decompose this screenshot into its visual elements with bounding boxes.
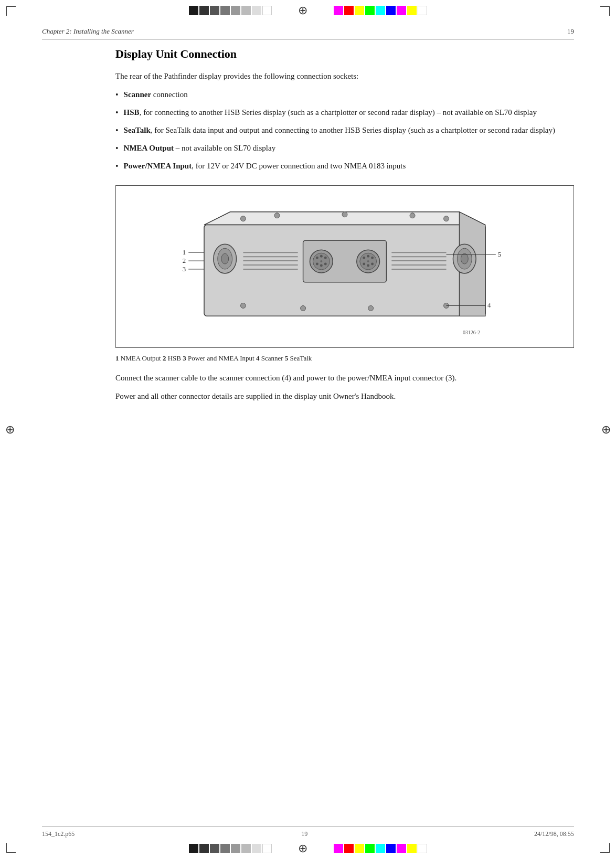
svg-text:5: 5: [498, 251, 501, 258]
page-header: Chapter 2: Installing the Scanner 19: [42, 27, 574, 39]
svg-point-5: [342, 211, 347, 217]
svg-point-4: [274, 213, 280, 218]
diagram-svg: 03126-2 1 2 3 5 4: [126, 196, 563, 337]
top-bar: ⊕: [0, 3, 616, 18]
svg-point-7: [444, 216, 449, 221]
bottom-right-strip: [334, 844, 427, 853]
svg-point-21: [320, 264, 323, 267]
footer-page: 19: [301, 830, 307, 838]
svg-point-28: [371, 256, 374, 259]
svg-text:2: 2: [183, 257, 186, 264]
term-nmea-output: NMEA Output: [124, 144, 174, 152]
page-number-header: 19: [567, 27, 574, 36]
svg-point-23: [320, 260, 322, 262]
footer-date: 24/12/98, 08:55: [534, 830, 574, 838]
svg-point-26: [363, 256, 365, 259]
svg-point-44: [301, 305, 306, 311]
right-color-strip: [334, 6, 427, 15]
svg-text:4: 4: [487, 302, 491, 309]
svg-point-6: [410, 213, 415, 218]
svg-point-3: [240, 216, 246, 221]
list-item-seatalk: SeaTalk, for SeaTalk data input and outp…: [115, 124, 574, 137]
caption-label4: Scanner: [261, 354, 285, 362]
feature-list: Scanner connection HSB, for connecting t…: [115, 89, 574, 173]
crosshair-bottom: ⊕: [298, 842, 307, 855]
svg-point-45: [368, 305, 374, 311]
svg-text:1: 1: [183, 249, 186, 256]
desc-nmea-output: – not available on SL70 display: [174, 144, 275, 152]
caption-label2: HSB: [168, 354, 183, 362]
caption-num3: 3: [183, 354, 186, 362]
list-item-scanner: Scanner connection: [115, 89, 574, 101]
caption-num2: 2: [163, 354, 166, 362]
crosshair-left: ⊕: [5, 423, 15, 437]
crosshair-right: ⊕: [601, 423, 611, 437]
bottom-left-strip: [189, 844, 272, 853]
desc-hsb: , for connecting to another HSB Series d…: [140, 108, 537, 116]
svg-point-30: [367, 264, 369, 267]
svg-point-18: [320, 254, 323, 257]
svg-point-13: [461, 253, 468, 264]
svg-point-31: [371, 262, 374, 265]
svg-point-17: [316, 256, 318, 259]
caption-label5: SeaTalk: [290, 354, 312, 362]
list-item-nmea-output: NMEA Output – not available on SL70 disp…: [115, 142, 574, 155]
page-footer: 154_1c2.p65 19 24/12/98, 08:55: [42, 826, 574, 838]
term-power: Power/NMEA Input: [124, 162, 192, 170]
desc-power: , for 12V or 24V DC power connection and…: [192, 162, 406, 170]
caption-num1: 1: [115, 354, 119, 362]
diagram-caption: 1 NMEA Output 2 HSB 3 Power and NMEA Inp…: [115, 353, 574, 364]
main-content: Display Unit Connection The rear of the …: [115, 47, 574, 408]
svg-point-32: [367, 260, 369, 262]
term-seatalk: SeaTalk: [124, 126, 151, 134]
svg-point-10: [221, 253, 229, 264]
list-item-hsb: HSB, for connecting to another HSB Serie…: [115, 107, 574, 119]
crosshair-top: ⊕: [298, 4, 307, 17]
svg-point-19: [324, 256, 327, 259]
svg-text:3: 3: [183, 265, 186, 272]
list-item-power: Power/NMEA Input, for 12V or 24V DC powe…: [115, 160, 574, 173]
desc-seatalk: , for SeaTalk data input and output and …: [151, 126, 555, 134]
svg-point-20: [316, 262, 318, 265]
intro-paragraph: The rear of the Pathfinder display provi…: [115, 70, 574, 82]
diagram-container: 03126-2 1 2 3 5 4: [115, 185, 574, 348]
caption-num5: 5: [285, 354, 289, 362]
desc-scanner: connection: [151, 90, 188, 99]
chapter-label: Chapter 2: Installing the Scanner: [42, 27, 134, 36]
caption-label1: NMEA Output: [121, 354, 163, 362]
bottom-bar: ⊕: [0, 841, 616, 856]
term-hsb: HSB: [124, 108, 140, 116]
svg-point-22: [324, 262, 327, 265]
svg-point-27: [367, 254, 369, 257]
caption-num4: 4: [256, 354, 260, 362]
svg-point-43: [240, 303, 246, 308]
svg-point-29: [363, 262, 365, 265]
para2: Power and all other connector details ar…: [115, 390, 574, 402]
para1: Connect the scanner cable to the scanner…: [115, 372, 574, 384]
left-color-strip: [189, 6, 272, 15]
term-scanner: Scanner: [124, 90, 152, 99]
section-title: Display Unit Connection: [115, 47, 574, 61]
svg-text:03126-2: 03126-2: [463, 330, 480, 335]
footer-filename: 154_1c2.p65: [42, 830, 75, 838]
caption-label3: Power and NMEA Input: [188, 354, 256, 362]
